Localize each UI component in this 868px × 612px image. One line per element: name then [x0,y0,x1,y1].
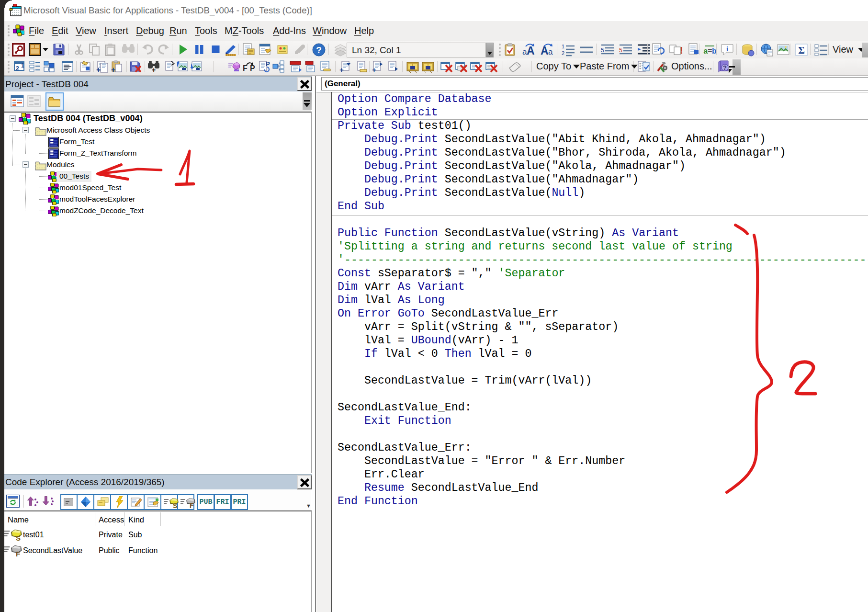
svg-text:A: A [527,45,535,57]
svg-text:5: 5 [619,47,622,54]
svg-text:a: a [548,47,553,57]
svg-text:Σ: Σ [798,45,805,56]
svg-text:+: + [152,66,156,73]
svg-text:P: P [250,64,255,72]
svg-text:+: + [96,66,101,73]
svg-text:+: + [372,66,376,73]
svg-text:P: P [266,60,270,68]
svg-text:?: ? [723,64,727,71]
svg-text:+: + [111,66,115,73]
svg-text:1: 1 [21,62,24,69]
svg-text:+: + [339,66,344,73]
svg-text:1: 1 [562,44,564,49]
svg-text:!: ! [680,45,683,56]
svg-text:?: ? [316,45,322,55]
svg-text:2: 2 [16,65,19,72]
svg-text:2: 2 [562,50,564,56]
svg-text:i: i [726,45,728,53]
svg-text:F: F [243,64,248,72]
svg-text:5: 5 [601,47,604,54]
